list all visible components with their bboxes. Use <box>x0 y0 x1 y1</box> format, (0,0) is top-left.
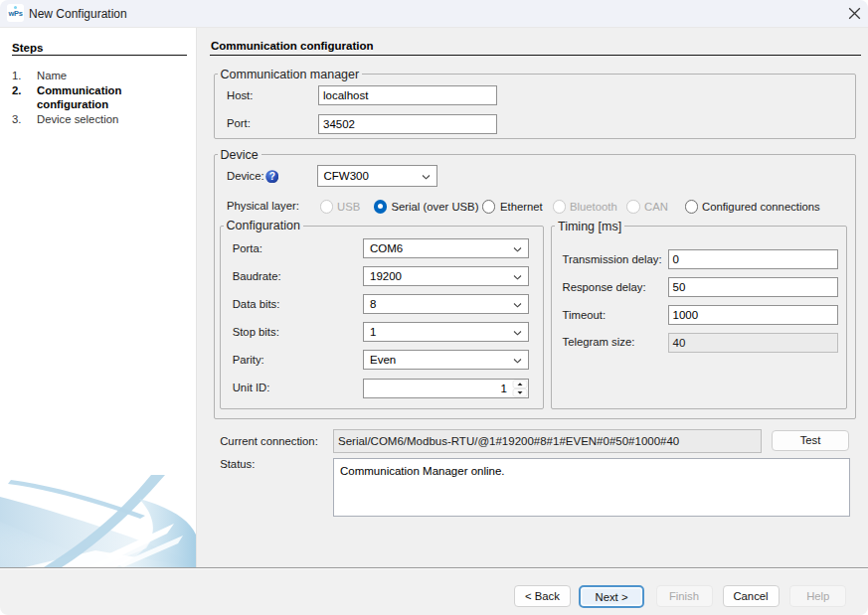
svg-text:?: ? <box>268 171 274 182</box>
